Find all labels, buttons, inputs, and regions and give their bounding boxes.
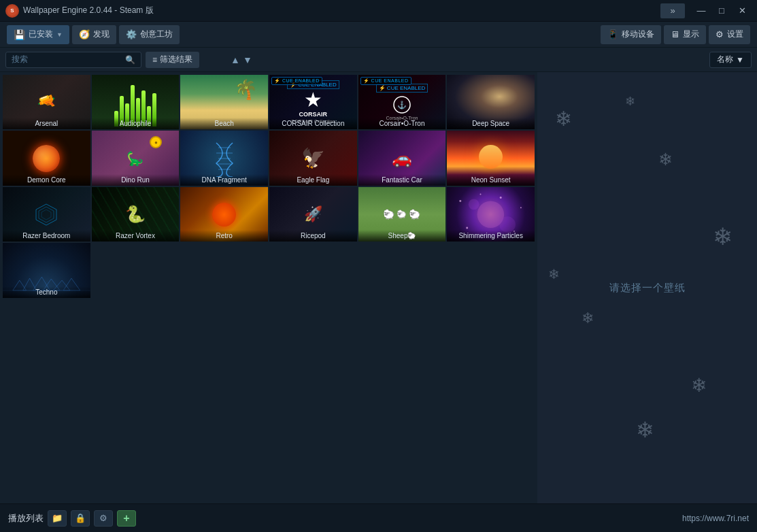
snowflake-4: ❄ [582,310,594,327]
maximize-button[interactable]: □ [712,3,731,18]
wallpaper-item-demoncore[interactable]: Demon Core [3,131,90,185]
wallpaper-item-neonsunset[interactable]: Neon Sunset [447,131,535,185]
snowflake-6: ❄ [625,94,635,109]
nav-discover-button[interactable]: 🧭 发现 [72,25,116,44]
wallpaper-item-techno[interactable]: Techno [3,243,90,297]
close-button[interactable]: ✕ [733,3,752,18]
nav-right-buttons: 📱 移动设备 🖥 显示 ⚙ 设置 [601,25,750,44]
folder-button[interactable]: 📁 [48,510,67,527]
wallpaper-item-corsair2[interactable]: ⚡ CUE ENABLED ⚓ Corsair•O-Tron⚡ CUE ENAB… [358,75,446,129]
window-title: Wallpaper Engine 2.0.44 - Steam 版 [23,5,154,16]
nav-settings-button[interactable]: ⚙ 设置 [709,25,750,44]
wallpaper-item-razerbedroom[interactable]: Razer Bedroom [3,187,90,242]
preview-area: 请选择一个壁纸 ❄ ❄ ❄ ❄ ❄ ❄ ❄ ❄ [537,72,757,503]
wallpaper-item-razervortex[interactable]: 🐍Razer Vortex [92,187,180,242]
nav-installed-button[interactable]: 💾 已安装 ▼ [7,25,69,44]
nav-workshop-button[interactable]: ⚙️ 创意工坊 [119,25,180,44]
minimize-button[interactable]: — [692,3,711,18]
wallpaper-item-eagleflag[interactable]: 🦅Eagle Flag [269,131,357,185]
add-icon: + [123,512,129,525]
save-icon: 💾 [14,29,25,40]
workshop-icon: ⚙️ [126,29,137,39]
snowflake-1: ❄ [555,107,572,131]
filter-icon: ≡ [152,55,157,65]
gear-icon: ⚙ [99,513,107,523]
wallpaper-item-corsair[interactable]: ⚡ CUE ENABLED CORSAIR CORSAIR Collection… [269,75,357,129]
snowflake-7: ❄ [636,417,654,443]
sort-dropdown-icon: ▼ [736,55,744,65]
titlebar-left: S Wallpaper Engine 2.0.44 - Steam 版 [5,4,154,18]
filter-button[interactable]: ≡ 筛选结果 [146,52,199,68]
playlist-label: 播放列表 [8,512,44,525]
settings-icon: ⚙ [716,29,724,39]
steam-logo-icon: S [5,4,19,18]
toolbar: 搜索 🔍 ≡ 筛选结果 ▲ ▼ 名称 ▼ [0,48,757,72]
wallpaper-item-deepspace[interactable]: Deep Space [447,75,535,129]
sort-up-icon: ▲ [231,54,240,65]
wallpaper-item-beach[interactable]: 🌴Beach [180,75,268,129]
bottombar: 播放列表 📁 🔒 ⚙ + https://www.7ri.net [0,503,757,532]
wallpaper-item-ricepod[interactable]: 🚀Ricepod [269,187,357,242]
wallpaper-item-arsenal[interactable]: 🔫Arsenal [3,75,90,129]
navbar: 💾 已安装 ▼ 🧭 发现 ⚙️ 创意工坊 📱 移动设备 🖥 显示 ⚙ 设置 [0,22,757,48]
lock-button[interactable]: 🔒 [71,510,90,527]
wallpaper-item-dna[interactable]: DNA Fragment [180,131,268,185]
snowflake-3: ❄ [713,223,733,250]
wallpaper-item-shimmering[interactable]: Shimmering Particles [447,187,535,242]
snowflake-8: ❄ [548,266,560,282]
preview-placeholder-text: 请选择一个壁纸 [609,282,686,295]
wallpaper-item-dinorun[interactable]: ●🦕Dino Run [92,131,180,185]
wallpaper-item-fantasticcar[interactable]: 🚗Fantastic Car [358,131,446,185]
bottombar-left: 播放列表 📁 🔒 ⚙ + [8,510,136,527]
wallpaper-item-retro[interactable]: Retro [180,187,268,242]
main-area: 🔫ArsenalAudiophile🌴Beach ⚡ CUE ENABLED C… [0,72,757,503]
gear-button[interactable]: ⚙ [94,510,113,527]
wallpaper-grid: 🔫ArsenalAudiophile🌴Beach ⚡ CUE ENABLED C… [0,72,537,503]
sort-name-button[interactable]: 名称 ▼ [709,52,752,68]
titlebar: S Wallpaper Engine 2.0.44 - Steam 版 » — … [0,0,757,22]
wallpaper-item-sheep[interactable]: 🐑🐑🐑Sheep🐑 [358,187,446,242]
snowflake-2: ❄ [658,150,673,169]
nav-display-button[interactable]: 🖥 显示 [664,25,706,44]
folder-icon: 📁 [52,513,63,523]
dropdown-arrow-icon: ▼ [56,31,63,38]
display-icon: 🖥 [671,29,679,39]
add-button[interactable]: + [117,510,136,527]
search-input[interactable]: 搜索 🔍 [5,52,141,68]
url-display: https://www.7ri.net [682,514,749,523]
title-arrows-button[interactable]: » [660,3,685,18]
grid-container: 🔫ArsenalAudiophile🌴Beach ⚡ CUE ENABLED C… [3,75,535,298]
wallpaper-item-audiophile[interactable]: Audiophile [92,75,180,129]
mobile-icon: 📱 [607,29,618,39]
compass-icon: 🧭 [79,29,90,39]
sort-down-icon: ▼ [243,54,252,65]
snowflake-5: ❄ [691,374,707,397]
search-placeholder: 搜索 [12,54,28,65]
lock-icon: 🔒 [75,513,86,523]
search-icon: 🔍 [125,55,135,65]
nav-mobile-button[interactable]: 📱 移动设备 [601,25,661,44]
